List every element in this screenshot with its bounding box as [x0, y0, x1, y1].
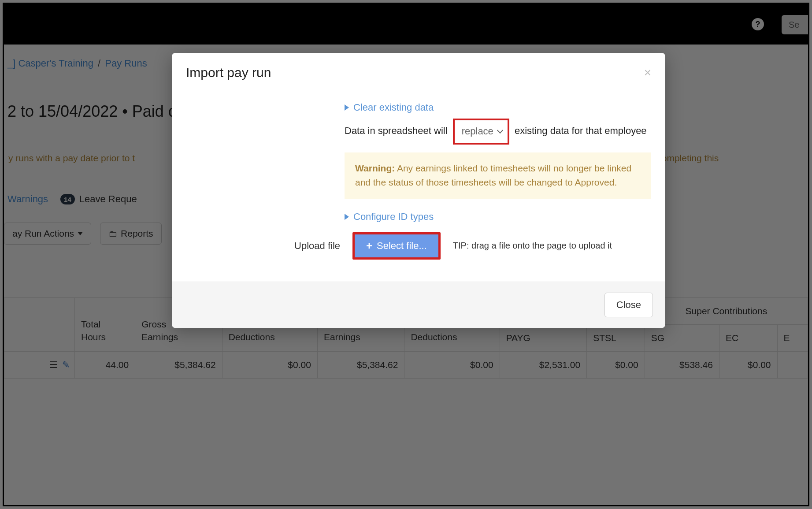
- configure-id-types-link[interactable]: Configure ID types: [345, 211, 651, 223]
- chevron-right-icon: [345, 214, 349, 220]
- modal-title: Import pay run: [186, 65, 271, 80]
- timesheet-warning: Warning: Any earnings linked to timeshee…: [345, 152, 651, 199]
- data-behaviour-text: Data in spreadsheet will replace existin…: [345, 125, 647, 136]
- chevron-right-icon: [345, 104, 349, 111]
- replace-select[interactable]: replace: [453, 119, 509, 145]
- close-button[interactable]: Close: [604, 293, 653, 317]
- clear-existing-data-link[interactable]: Clear existing data: [345, 102, 651, 113]
- select-file-button[interactable]: + Select file...: [352, 232, 441, 260]
- import-payrun-modal: Import pay run × Clear existing data Dat…: [172, 53, 665, 328]
- upload-tip: TIP: drag a file onto the page to upload…: [453, 241, 612, 251]
- upload-file-label: Upload file: [265, 240, 340, 252]
- chevron-down-icon: [497, 127, 503, 134]
- close-icon[interactable]: ×: [644, 67, 651, 79]
- plus-icon: +: [366, 240, 372, 252]
